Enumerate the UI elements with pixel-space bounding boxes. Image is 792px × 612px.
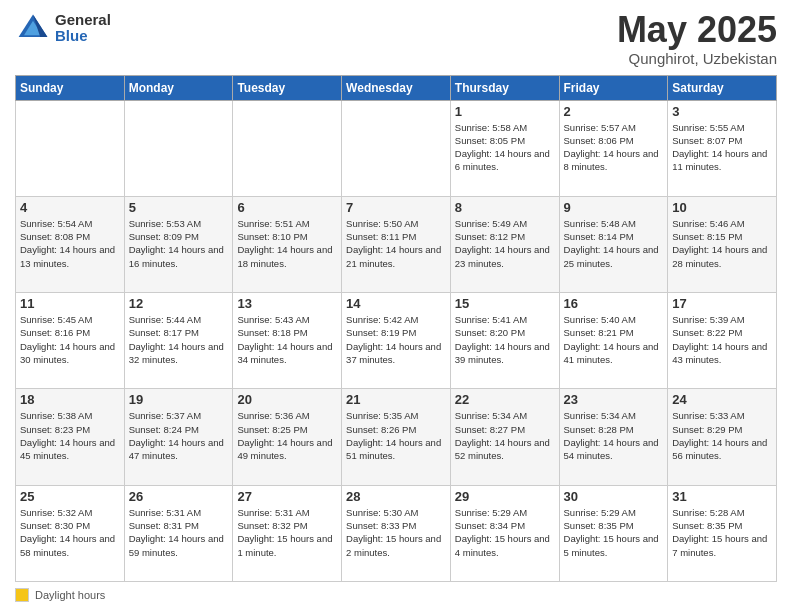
day-info: Sunrise: 5:42 AM Sunset: 8:19 PM Dayligh…: [346, 313, 446, 366]
day-cell: 7Sunrise: 5:50 AM Sunset: 8:11 PM Daylig…: [342, 196, 451, 292]
weekday-friday: Friday: [559, 75, 668, 100]
day-number: 1: [455, 104, 555, 119]
day-info: Sunrise: 5:49 AM Sunset: 8:12 PM Dayligh…: [455, 217, 555, 270]
legend-box: [15, 588, 29, 602]
day-cell: 11Sunrise: 5:45 AM Sunset: 8:16 PM Dayli…: [16, 293, 125, 389]
day-cell: 2Sunrise: 5:57 AM Sunset: 8:06 PM Daylig…: [559, 100, 668, 196]
calendar: SundayMondayTuesdayWednesdayThursdayFrid…: [15, 75, 777, 582]
week-row-2: 4Sunrise: 5:54 AM Sunset: 8:08 PM Daylig…: [16, 196, 777, 292]
day-info: Sunrise: 5:37 AM Sunset: 8:24 PM Dayligh…: [129, 409, 229, 462]
day-cell: [233, 100, 342, 196]
day-cell: 30Sunrise: 5:29 AM Sunset: 8:35 PM Dayli…: [559, 485, 668, 581]
day-cell: 10Sunrise: 5:46 AM Sunset: 8:15 PM Dayli…: [668, 196, 777, 292]
day-number: 14: [346, 296, 446, 311]
day-number: 13: [237, 296, 337, 311]
day-number: 6: [237, 200, 337, 215]
day-cell: 4Sunrise: 5:54 AM Sunset: 8:08 PM Daylig…: [16, 196, 125, 292]
day-info: Sunrise: 5:55 AM Sunset: 8:07 PM Dayligh…: [672, 121, 772, 174]
day-info: Sunrise: 5:34 AM Sunset: 8:27 PM Dayligh…: [455, 409, 555, 462]
day-info: Sunrise: 5:34 AM Sunset: 8:28 PM Dayligh…: [564, 409, 664, 462]
day-info: Sunrise: 5:28 AM Sunset: 8:35 PM Dayligh…: [672, 506, 772, 559]
day-cell: [16, 100, 125, 196]
day-number: 11: [20, 296, 120, 311]
logo-general-text: General: [55, 12, 111, 29]
weekday-sunday: Sunday: [16, 75, 125, 100]
day-cell: 6Sunrise: 5:51 AM Sunset: 8:10 PM Daylig…: [233, 196, 342, 292]
day-info: Sunrise: 5:29 AM Sunset: 8:35 PM Dayligh…: [564, 506, 664, 559]
day-number: 28: [346, 489, 446, 504]
day-number: 5: [129, 200, 229, 215]
day-cell: 27Sunrise: 5:31 AM Sunset: 8:32 PM Dayli…: [233, 485, 342, 581]
day-info: Sunrise: 5:35 AM Sunset: 8:26 PM Dayligh…: [346, 409, 446, 462]
day-info: Sunrise: 5:40 AM Sunset: 8:21 PM Dayligh…: [564, 313, 664, 366]
day-number: 19: [129, 392, 229, 407]
day-number: 4: [20, 200, 120, 215]
logo: General Blue: [15, 10, 111, 46]
day-cell: 16Sunrise: 5:40 AM Sunset: 8:21 PM Dayli…: [559, 293, 668, 389]
page: General Blue May 2025 Qunghirot, Uzbekis…: [0, 0, 792, 612]
day-number: 31: [672, 489, 772, 504]
day-cell: 14Sunrise: 5:42 AM Sunset: 8:19 PM Dayli…: [342, 293, 451, 389]
day-cell: 29Sunrise: 5:29 AM Sunset: 8:34 PM Dayli…: [450, 485, 559, 581]
day-info: Sunrise: 5:30 AM Sunset: 8:33 PM Dayligh…: [346, 506, 446, 559]
day-info: Sunrise: 5:48 AM Sunset: 8:14 PM Dayligh…: [564, 217, 664, 270]
day-cell: 8Sunrise: 5:49 AM Sunset: 8:12 PM Daylig…: [450, 196, 559, 292]
day-number: 23: [564, 392, 664, 407]
day-info: Sunrise: 5:45 AM Sunset: 8:16 PM Dayligh…: [20, 313, 120, 366]
legend-label: Daylight hours: [35, 589, 105, 601]
logo-icon: [15, 10, 51, 46]
weekday-wednesday: Wednesday: [342, 75, 451, 100]
logo-text: General Blue: [55, 12, 111, 45]
day-cell: 12Sunrise: 5:44 AM Sunset: 8:17 PM Dayli…: [124, 293, 233, 389]
day-cell: [342, 100, 451, 196]
day-info: Sunrise: 5:53 AM Sunset: 8:09 PM Dayligh…: [129, 217, 229, 270]
day-number: 22: [455, 392, 555, 407]
day-cell: 24Sunrise: 5:33 AM Sunset: 8:29 PM Dayli…: [668, 389, 777, 485]
day-number: 17: [672, 296, 772, 311]
day-cell: 3Sunrise: 5:55 AM Sunset: 8:07 PM Daylig…: [668, 100, 777, 196]
day-cell: 21Sunrise: 5:35 AM Sunset: 8:26 PM Dayli…: [342, 389, 451, 485]
title-block: May 2025 Qunghirot, Uzbekistan: [617, 10, 777, 67]
day-info: Sunrise: 5:54 AM Sunset: 8:08 PM Dayligh…: [20, 217, 120, 270]
day-cell: 25Sunrise: 5:32 AM Sunset: 8:30 PM Dayli…: [16, 485, 125, 581]
day-info: Sunrise: 5:46 AM Sunset: 8:15 PM Dayligh…: [672, 217, 772, 270]
day-cell: [124, 100, 233, 196]
day-cell: 9Sunrise: 5:48 AM Sunset: 8:14 PM Daylig…: [559, 196, 668, 292]
day-number: 30: [564, 489, 664, 504]
day-info: Sunrise: 5:38 AM Sunset: 8:23 PM Dayligh…: [20, 409, 120, 462]
weekday-header-row: SundayMondayTuesdayWednesdayThursdayFrid…: [16, 75, 777, 100]
legend: Daylight hours: [15, 588, 777, 602]
weekday-tuesday: Tuesday: [233, 75, 342, 100]
day-info: Sunrise: 5:32 AM Sunset: 8:30 PM Dayligh…: [20, 506, 120, 559]
day-number: 24: [672, 392, 772, 407]
day-info: Sunrise: 5:39 AM Sunset: 8:22 PM Dayligh…: [672, 313, 772, 366]
day-number: 27: [237, 489, 337, 504]
day-number: 18: [20, 392, 120, 407]
day-info: Sunrise: 5:44 AM Sunset: 8:17 PM Dayligh…: [129, 313, 229, 366]
day-info: Sunrise: 5:36 AM Sunset: 8:25 PM Dayligh…: [237, 409, 337, 462]
day-cell: 19Sunrise: 5:37 AM Sunset: 8:24 PM Dayli…: [124, 389, 233, 485]
week-row-4: 18Sunrise: 5:38 AM Sunset: 8:23 PM Dayli…: [16, 389, 777, 485]
day-cell: 28Sunrise: 5:30 AM Sunset: 8:33 PM Dayli…: [342, 485, 451, 581]
day-number: 21: [346, 392, 446, 407]
day-cell: 31Sunrise: 5:28 AM Sunset: 8:35 PM Dayli…: [668, 485, 777, 581]
day-number: 2: [564, 104, 664, 119]
day-number: 3: [672, 104, 772, 119]
day-cell: 26Sunrise: 5:31 AM Sunset: 8:31 PM Dayli…: [124, 485, 233, 581]
day-number: 10: [672, 200, 772, 215]
day-number: 12: [129, 296, 229, 311]
day-info: Sunrise: 5:50 AM Sunset: 8:11 PM Dayligh…: [346, 217, 446, 270]
day-cell: 20Sunrise: 5:36 AM Sunset: 8:25 PM Dayli…: [233, 389, 342, 485]
day-number: 15: [455, 296, 555, 311]
day-number: 16: [564, 296, 664, 311]
weekday-thursday: Thursday: [450, 75, 559, 100]
day-number: 7: [346, 200, 446, 215]
day-number: 25: [20, 489, 120, 504]
day-number: 20: [237, 392, 337, 407]
week-row-1: 1Sunrise: 5:58 AM Sunset: 8:05 PM Daylig…: [16, 100, 777, 196]
day-cell: 17Sunrise: 5:39 AM Sunset: 8:22 PM Dayli…: [668, 293, 777, 389]
month-title: May 2025: [617, 10, 777, 50]
day-cell: 23Sunrise: 5:34 AM Sunset: 8:28 PM Dayli…: [559, 389, 668, 485]
day-info: Sunrise: 5:51 AM Sunset: 8:10 PM Dayligh…: [237, 217, 337, 270]
day-info: Sunrise: 5:33 AM Sunset: 8:29 PM Dayligh…: [672, 409, 772, 462]
